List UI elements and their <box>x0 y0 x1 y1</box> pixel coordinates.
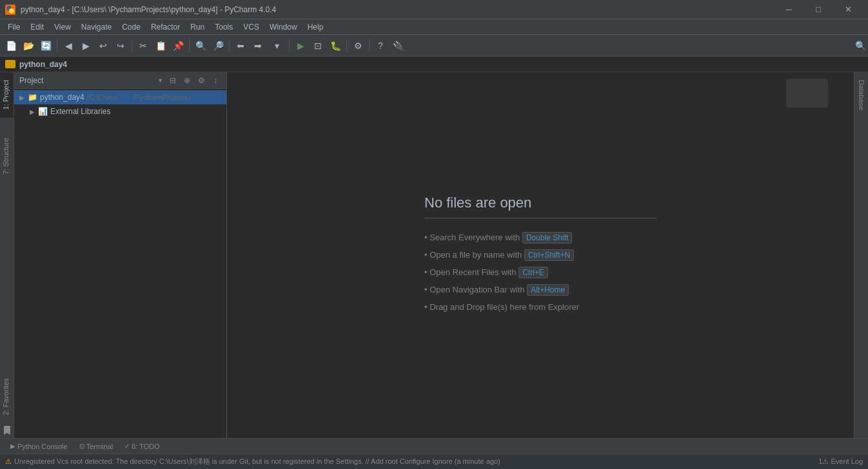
hint-open-file: • Open a file by name with Ctrl+Shift+N <box>424 250 669 260</box>
project-tree: ▶ 📁 python_day4 (C:\Users\ \PycharmProje… <box>14 89 226 438</box>
status-bar: ⚠ Unregistered Vcs root detected: The di… <box>0 454 868 469</box>
maximize-button[interactable]: □ <box>804 0 833 19</box>
menu-file[interactable]: File <box>3 20 25 34</box>
python-console-tab[interactable]: ▶ Python Console <box>5 439 73 454</box>
separator-3 <box>189 39 190 52</box>
separator-6 <box>346 39 347 52</box>
shortcut-recent-files: Ctrl+E <box>518 267 548 278</box>
database-tab[interactable]: Database <box>856 72 867 118</box>
menu-run[interactable]: Run <box>185 20 210 34</box>
folder-icon: 📁 <box>27 92 37 102</box>
favorites-tab[interactable]: 2: Favorites <box>0 370 14 423</box>
title-bar: python_day4 - [C:\Users\ \PycharmProject… <box>0 0 868 19</box>
menu-window[interactable]: Window <box>264 20 302 34</box>
dropdown-button[interactable]: ▾ <box>267 37 286 54</box>
project-panel: Project ▾ ⊟ ⊕ ⚙ ↕ ▶ 📁 python_day4 (C:\Us… <box>14 72 227 438</box>
project-dropdown-icon[interactable]: ▾ <box>159 77 162 84</box>
no-files-title: No files are open <box>424 195 656 218</box>
separator-7 <box>369 39 370 52</box>
vcs-warning-icon: ⚠ <box>5 457 12 466</box>
project-root-path: (C:\Users\ \PycharmProjects) <box>87 93 191 101</box>
external-libraries-item[interactable]: ▶ 📊 External Libraries <box>14 104 226 119</box>
redo-button[interactable]: ↪ <box>112 37 129 54</box>
menu-tools[interactable]: Tools <box>210 20 238 34</box>
forward-button[interactable]: ▶ <box>77 37 94 54</box>
open-button[interactable]: 📂 <box>20 37 37 54</box>
todo-label: 6: TODO <box>132 443 160 450</box>
copy-button[interactable]: 📋 <box>152 37 169 54</box>
menu-refactor[interactable]: Refactor <box>146 20 185 34</box>
project-tab[interactable]: 1: Project <box>0 72 14 117</box>
collapse-all-button[interactable]: ⊟ <box>167 75 179 86</box>
debug-button[interactable]: 🐛 <box>327 37 344 54</box>
no-files-panel: No files are open • Search Everywhere wi… <box>411 72 669 438</box>
breadcrumb-folder-icon <box>5 60 15 68</box>
minimize-button[interactable]: ─ <box>774 0 804 19</box>
terminal-icon: ⊡ <box>79 443 84 450</box>
svg-point-1 <box>9 8 14 14</box>
settings-button[interactable]: ⚙ <box>195 75 207 86</box>
expand-arrow-root: ▶ <box>17 92 27 102</box>
todo-icon: ✓ <box>124 443 130 450</box>
back-button[interactable]: ◀ <box>60 37 77 54</box>
menu-view[interactable]: View <box>49 20 76 34</box>
help-button[interactable]: ? <box>372 37 389 54</box>
menu-edit[interactable]: Edit <box>25 20 49 34</box>
event-log-button[interactable]: 1⚠ Event Log <box>818 457 863 466</box>
menu-navigate[interactable]: Navigate <box>76 20 117 34</box>
project-panel-header: Project ▾ ⊟ ⊕ ⚙ ↕ <box>14 72 226 89</box>
scroll-to-center-button[interactable]: ⊕ <box>181 75 193 86</box>
external-libraries-label: External Libraries <box>50 107 110 116</box>
undo-button[interactable]: ↩ <box>95 37 112 54</box>
menu-vcs[interactable]: VCS <box>238 20 264 34</box>
expand-arrow-ext: ▶ <box>27 106 37 117</box>
new-file-button[interactable]: 📄 <box>3 37 19 54</box>
hint-nav-bar: • Open Navigation Bar with Alt+Home <box>424 285 669 294</box>
editor-area: No files are open • Search Everywhere wi… <box>227 72 854 438</box>
bottom-toolbar: ▶ Python Console ⊡ Terminal ✓ 6: TODO <box>0 438 868 454</box>
close-button[interactable]: ✕ <box>833 0 863 19</box>
terminal-label: Terminal <box>86 443 113 450</box>
project-root-name: python_day4 <box>40 93 84 102</box>
bookmark-icon[interactable] <box>2 425 12 436</box>
vcs-button[interactable]: ⚙ <box>350 37 366 54</box>
autoscroll-button[interactable]: ↕ <box>210 75 221 86</box>
main-area: 1: Project 7: Structure 2: Favorites Pro… <box>0 72 868 438</box>
nav-forward-button[interactable]: ➡ <box>250 37 266 54</box>
find-button[interactable]: 🔍 <box>192 37 209 54</box>
menu-bar: File Edit View Navigate Code Refactor Ru… <box>0 19 868 35</box>
todo-tab[interactable]: ✓ 6: TODO <box>119 439 165 454</box>
app-icon <box>5 5 15 15</box>
left-sidebar-tabs: 1: Project 7: Structure 2: Favorites <box>0 72 14 438</box>
sync-button[interactable]: 🔄 <box>37 37 54 54</box>
window-controls[interactable]: ─ □ ✕ <box>774 0 863 19</box>
project-root-item[interactable]: ▶ 📁 python_day4 (C:\Users\ \PycharmProje… <box>14 90 226 104</box>
user-avatar <box>786 79 828 108</box>
toolbar: 📄 📂 🔄 ◀ ▶ ↩ ↪ ✂ 📋 📌 🔍 🔎 ⬅ ➡ ▾ ▶ ⊡ 🐛 ⚙ ? … <box>0 35 868 57</box>
replace-button[interactable]: 🔎 <box>210 37 226 54</box>
project-panel-label: Project <box>19 76 156 85</box>
cut-button[interactable]: ✂ <box>135 37 152 54</box>
run-config-button[interactable]: ⊡ <box>310 37 326 54</box>
structure-tab[interactable]: 7: Structure <box>0 130 14 182</box>
run-button[interactable]: ▶ <box>292 37 309 54</box>
separator-1 <box>57 39 57 52</box>
shortcut-open-file: Ctrl+Shift+N <box>524 249 574 261</box>
terminal-tab[interactable]: ⊡ Terminal <box>74 439 119 454</box>
status-bar-text: Unregistered Vcs root detected: The dire… <box>14 457 818 466</box>
hint-search: • Search Everywhere with Double Shift <box>424 233 669 242</box>
menu-code[interactable]: Code <box>117 20 146 34</box>
python-console-label: Python Console <box>17 443 68 450</box>
breadcrumb-bar: python_day4 <box>0 57 868 72</box>
nav-back-button[interactable]: ⬅ <box>232 37 249 54</box>
separator-5 <box>289 39 290 52</box>
shortcut-search: Double Shift <box>522 232 572 244</box>
python-console-icon: ▶ <box>10 443 15 450</box>
plugins-button[interactable]: 🔌 <box>390 37 406 54</box>
menu-help[interactable]: Help <box>302 20 329 34</box>
paste-button[interactable]: 📌 <box>170 37 186 54</box>
search-everywhere-button[interactable]: 🔍 <box>853 35 868 57</box>
breadcrumb-text: python_day4 <box>19 60 67 69</box>
right-sidebar: Database <box>854 72 868 438</box>
hint-drag-drop: • Drag and Drop file(s) here from Explor… <box>424 302 669 312</box>
